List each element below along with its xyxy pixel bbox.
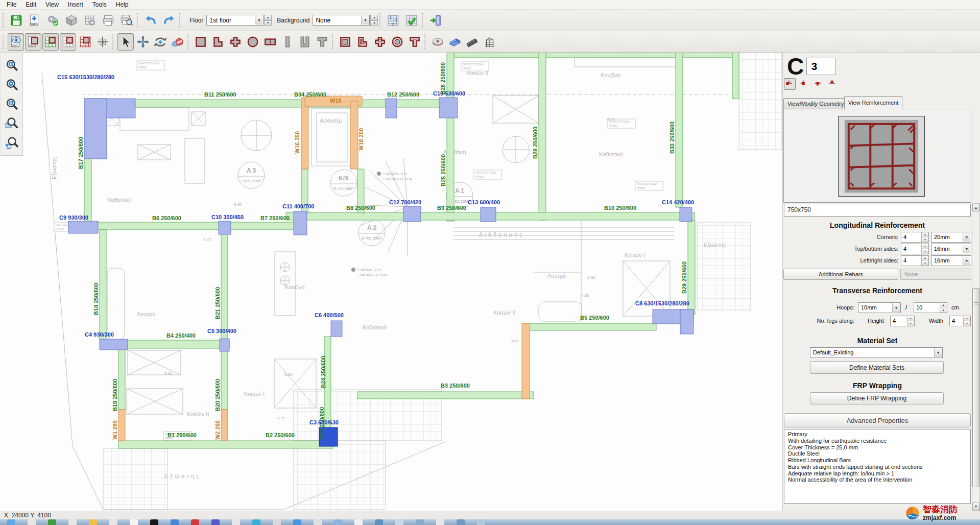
column[interactable] [386,99,397,118]
beam[interactable] [732,53,739,99]
beam[interactable] [118,348,125,410]
beam-label[interactable]: B24 250/600 [320,356,326,388]
wall-label[interactable]: W1 280 [112,420,118,440]
move-button[interactable] [135,33,151,51]
sec-circle-button[interactable] [245,33,261,51]
save-button[interactable] [8,12,25,29]
settings-check-button[interactable] [44,12,62,29]
left-right-count-input[interactable]: 4▲▼ [901,255,929,266]
column[interactable] [219,221,231,234]
menu-item-tools[interactable]: Tools [88,0,111,9]
sec-rect-button[interactable] [262,33,278,51]
windows-taskbar[interactable] [0,519,980,525]
taskbar-icon[interactable] [477,519,485,525]
column-label[interactable]: C11 400/700 [282,203,314,209]
wall[interactable] [118,410,125,441]
hoops-spacing-input[interactable]: 10▲▼ [914,302,947,313]
taskbar-icon[interactable] [150,519,158,525]
select-button[interactable] [117,33,134,51]
menu-item-file[interactable]: File [2,0,21,9]
zoom-out-button[interactable] [3,76,21,94]
column-label[interactable]: C4 930/300 [85,331,114,338]
print-button[interactable] [100,12,117,29]
section-size-list[interactable]: 750x750 [784,204,971,217]
iso-frame-button[interactable] [482,33,498,51]
beam-label[interactable]: B17 250/600 [78,137,84,169]
undo-button[interactable] [142,12,159,29]
wall[interactable] [221,410,228,441]
taskbar-icon[interactable] [28,519,36,525]
beam[interactable] [447,53,454,221]
column-label[interactable]: C19 530/600 [433,90,465,97]
taskbar-icon[interactable] [273,519,281,525]
wall[interactable] [522,323,530,399]
column-label[interactable]: C13 600/400 [468,199,500,205]
taskbar-icon[interactable] [354,519,363,525]
column-label[interactable]: C9 930/300 [59,214,88,221]
sech-circle-button[interactable] [389,33,405,51]
grid-col-gray-button[interactable] [60,33,76,51]
grid-red-button[interactable] [77,33,93,51]
column-label[interactable]: C3 630/630 [309,419,339,425]
left-right-dia-select[interactable]: 16mm▼ [931,255,971,266]
scroll-up-icon[interactable]: ▲ [972,204,979,211]
sec-U-button[interactable] [297,33,313,51]
menu-item-help[interactable]: Help [111,0,133,9]
iso-disc-button[interactable] [429,33,446,51]
legs-width-spinner[interactable]: ▲▼ [963,316,970,326]
column[interactable] [680,309,694,334]
beam-label[interactable]: B4 250/400 [166,332,196,339]
top-bottom-count-input[interactable]: 4▲▼ [901,244,929,254]
import-dwg-button[interactable]: DWG [26,12,43,29]
beam-label[interactable]: B7 250/600 [260,215,290,221]
taskbar-icon[interactable] [68,519,77,525]
column[interactable] [100,339,128,350]
define-frp-wrapping-button[interactable]: Define FRP Wrapping [810,392,944,404]
material-set-select[interactable]: Default_Existing▼ [810,347,943,358]
beam-label[interactable]: B11 250/600 [204,91,236,98]
dwg-eye-button[interactable]: DWG [8,33,24,51]
taskbar-icon[interactable] [436,519,444,525]
legs-height-spinner[interactable]: ▲▼ [907,316,914,326]
column-number-field[interactable]: 3 [806,58,836,75]
column[interactable] [68,221,98,233]
grid-gear-button[interactable] [81,12,99,29]
beam-label[interactable]: B30 250/600 [669,122,675,154]
taskbar-icon[interactable] [191,519,199,525]
tab-view-reinforcement[interactable]: View Reinforcement [844,96,902,109]
taskbar-icon[interactable] [48,519,56,525]
wall[interactable] [301,98,308,169]
taskbar-icon[interactable] [89,519,97,525]
column[interactable] [439,98,458,118]
chevron-down-icon[interactable]: ▼ [934,348,942,357]
legs-height-input[interactable]: 4▲▼ [890,316,915,326]
node-top-button[interactable] [827,78,839,90]
left-right-spinner[interactable]: ▲▼ [921,256,928,266]
column[interactable] [84,99,107,159]
additional-rebars-button[interactable]: Additional Rebars [783,269,898,280]
beam[interactable] [357,392,534,399]
beam[interactable] [221,348,228,410]
taskbar-icon[interactable] [334,519,342,525]
sech-plus-button[interactable] [372,33,388,51]
legs-width-input[interactable]: 4▲▼ [949,316,971,326]
menu-item-view[interactable]: View [41,0,63,9]
chevron-down-icon[interactable]: ▼ [892,303,900,312]
wall-label[interactable]: W15 [330,98,342,104]
sech-T-button[interactable] [407,33,423,51]
beam-label[interactable]: B9 250/600 [437,205,466,211]
column[interactable] [481,207,496,222]
column[interactable] [403,206,421,222]
column[interactable] [680,207,692,222]
menu-item-edit[interactable]: Edit [21,0,41,9]
grid-col-green-button[interactable] [42,33,59,51]
beam-label[interactable]: B1 250/600 [168,432,197,438]
corners-spinner[interactable]: ▲▼ [921,232,928,242]
exit-button[interactable] [427,12,444,29]
beam[interactable] [529,323,656,330]
beam[interactable] [539,53,546,220]
column-label[interactable]: C10 300/450 [211,214,244,220]
column-label[interactable]: C12 700/420 [389,199,421,205]
column[interactable] [294,211,307,235]
corners-count-input[interactable]: 4▲▼ [901,232,929,243]
